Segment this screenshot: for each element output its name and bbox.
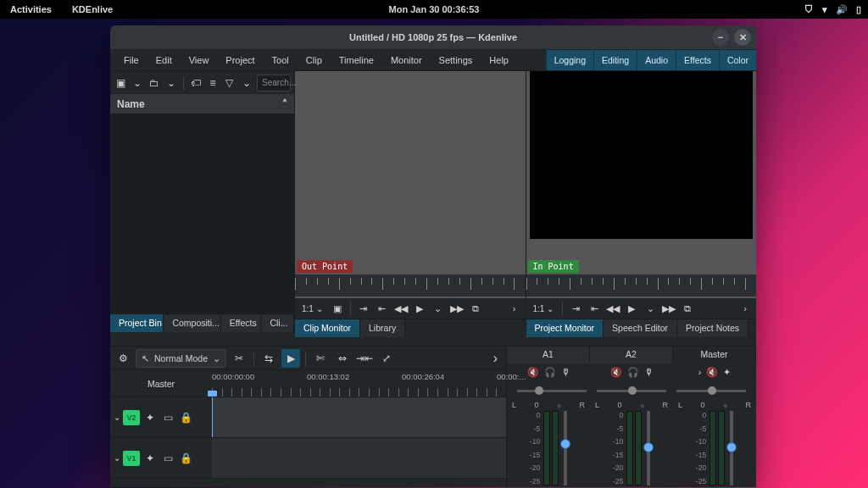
mark-in-icon[interactable]: ⇥ [356,301,371,316]
rewind-icon[interactable]: ◀◀ [393,301,409,316]
battery-icon[interactable]: ▯ [856,4,861,15]
clip-monitor-ruler[interactable] [295,274,526,297]
mute-icon[interactable]: 🔇 [527,367,539,378]
menu-timeline[interactable]: Timeline [331,51,382,69]
workspace-editing[interactable]: Editing [593,50,637,70]
more-icon[interactable]: › [507,301,522,316]
tab-project-bin[interactable]: Project Bin [110,314,164,332]
master-label[interactable]: Master [110,370,212,396]
volume-fader[interactable] [647,411,650,485]
collapse-icon[interactable]: ⌄ [114,413,120,422]
track-lane[interactable] [212,397,506,437]
tab-project-notes[interactable]: Project Notes [677,319,748,337]
menu-edit[interactable]: Edit [147,51,181,69]
volume-icon[interactable]: 🔊 [836,4,848,15]
balance-slider-a1[interactable] [517,390,587,392]
scissors-icon[interactable]: ✂ [230,349,248,368]
volume-fader[interactable] [730,411,733,485]
mixer-tab-a2[interactable]: A2 [590,347,673,363]
add-dropdown-icon[interactable]: ⌄ [131,75,144,91]
more-icon[interactable]: › [737,301,753,316]
track-tool-icon[interactable]: ⇆ [259,349,278,368]
search-input[interactable]: Search... [257,75,291,92]
zoom-ratio-dropdown[interactable]: 1:1 ⌄ [298,304,326,313]
collapse-icon[interactable]: ⌄ [114,453,120,463]
shield-icon[interactable]: ⛉ [804,4,814,14]
play-dropdown-icon[interactable]: ⌄ [431,301,446,316]
delete-icon[interactable]: ⌄ [164,75,178,91]
list-icon[interactable]: ≡ [206,75,220,91]
play-tool-icon[interactable]: ▶ [281,349,300,368]
zoom-ratio-dropdown[interactable]: 1:1 ⌄ [530,304,558,313]
workspace-audio[interactable]: Audio [637,50,676,70]
solo-icon[interactable]: 🎧 [627,367,639,378]
bin-content-area[interactable] [110,114,294,313]
project-monitor-viewport[interactable] [530,71,754,239]
lock-icon[interactable]: 🔒 [178,410,193,425]
mark-in-icon[interactable]: ⇥ [568,301,583,316]
mixer-tab-master[interactable]: Master [673,347,756,363]
menu-tool[interactable]: Tool [264,51,298,69]
titlebar[interactable]: Untitled / HD 1080p 25 fps — Kdenlive − … [110,25,756,49]
mute-icon[interactable]: 🔇 [706,367,718,378]
rec-icon[interactable]: 🎙 [644,367,654,378]
menu-clip[interactable]: Clip [298,51,331,69]
lock-icon[interactable]: 🔒 [178,451,193,466]
activities-button[interactable]: Activities [10,4,52,14]
play-icon[interactable]: ▶ [412,301,427,316]
forward-icon[interactable]: ▶▶ [449,301,465,316]
rec-icon[interactable]: 🎙 [561,367,570,378]
mark-out-icon[interactable]: ⇤ [587,301,602,316]
workspace-effects[interactable]: Effects [676,50,719,70]
tab-speech-editor[interactable]: Speech Editor [604,319,677,337]
edit-mode-icon[interactable]: ⧉ [468,301,483,316]
playhead[interactable] [212,397,213,437]
balance-slider-master[interactable] [676,390,746,392]
track-lane[interactable] [212,438,506,478]
close-button[interactable]: ✕ [734,29,751,46]
expand-icon[interactable]: › [493,351,503,366]
menu-file[interactable]: File [115,51,147,69]
tab-library[interactable]: Library [360,319,405,337]
solo-icon[interactable]: 🎧 [544,367,556,378]
mute-icon[interactable]: 🔇 [610,367,622,378]
workspace-logging[interactable]: Logging [546,50,593,70]
menu-help[interactable]: Help [481,51,517,69]
visibility-icon[interactable]: ▭ [160,410,175,425]
tab-clip-monitor[interactable]: Clip Monitor [295,319,360,337]
expand-icon[interactable]: › [698,367,702,378]
minimize-button[interactable]: − [712,29,729,46]
edit-mode-dropdown[interactable]: ↖ Normal Mode ⌄ [136,349,226,368]
frame-icon[interactable]: ▣ [330,301,345,316]
rewind-icon[interactable]: ◀◀ [605,301,620,316]
folder-icon[interactable]: 🗀 [147,75,161,91]
network-icon[interactable]: ▾ [822,4,827,15]
filter-icon[interactable]: ▽ [223,75,236,91]
mark-out-icon[interactable]: ⇤ [375,301,390,316]
add-clip-icon[interactable]: ▣ [114,75,127,91]
fit-icon[interactable]: ⤢ [377,349,396,368]
settings-icon[interactable]: ⚙ [114,349,132,368]
fx-icon[interactable]: ✦ [723,367,731,378]
menu-view[interactable]: View [181,51,218,69]
volume-fader[interactable] [564,411,567,485]
track-label[interactable]: V1 [123,451,140,466]
play-dropdown-icon[interactable]: ⌄ [643,301,658,316]
fx-icon[interactable]: ✦ [142,410,158,425]
menu-project[interactable]: Project [217,51,263,69]
fx-icon[interactable]: ✦ [142,451,158,466]
track-label[interactable]: V2 [123,410,140,425]
snap-icon[interactable]: ⇥⇤ [355,349,374,368]
tab-project-monitor[interactable]: Project Monitor [526,319,604,337]
cut-icon[interactable]: ✄ [311,349,330,368]
timeline-ruler[interactable]: Master 00:00:00:0000:00:13:0200:00:26:04… [110,370,506,397]
mixer-tab-a1[interactable]: A1 [507,347,590,363]
menu-monitor[interactable]: Monitor [382,51,431,69]
tab-cli-[interactable]: Cli... [261,314,294,332]
bin-column-header[interactable]: Name ˄ [110,95,294,114]
tab-compositi-[interactable]: Compositi... [164,314,220,332]
tab-effects[interactable]: Effects [221,314,262,332]
forward-icon[interactable]: ▶▶ [661,301,676,316]
tag-icon[interactable]: 🏷 [189,75,203,91]
app-indicator[interactable]: KDEnlive [72,4,113,14]
